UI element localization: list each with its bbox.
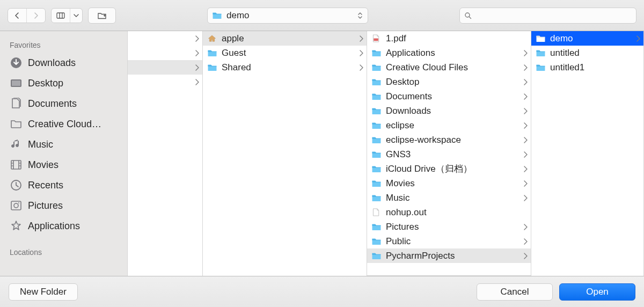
list-item[interactable]: Desktop: [367, 75, 531, 89]
chevron-right-icon: [522, 136, 528, 144]
list-item[interactable]: Creative Cloud Files: [367, 60, 531, 75]
list-item[interactable]: [128, 75, 202, 89]
list-item[interactable]: Music: [367, 191, 531, 205]
list-item[interactable]: Documents: [367, 89, 531, 104]
chevron-right-icon: [522, 151, 528, 158]
list-item[interactable]: Public: [367, 234, 531, 248]
search-input[interactable]: [475, 11, 632, 20]
chevron-right-icon: [358, 64, 363, 71]
chevron-right-icon: [522, 122, 528, 129]
chevron-right-icon: [522, 194, 528, 202]
applications-icon: [10, 220, 23, 232]
list-item[interactable]: Pictures: [367, 220, 531, 234]
list-item[interactable]: untitled: [531, 46, 643, 60]
list-item-label: untitled: [550, 48, 640, 59]
folder-icon: [371, 252, 382, 260]
list-item[interactable]: [128, 60, 202, 75]
view-columns-button[interactable]: [52, 9, 70, 23]
folder-icon: [371, 121, 382, 129]
sidebar-item-creative-cloud[interactable]: Creative Cloud…: [0, 114, 127, 134]
list-item[interactable]: [128, 46, 202, 60]
list-item-label: Applications: [386, 48, 518, 59]
list-item[interactable]: GNS3: [367, 147, 531, 162]
folder-mus-icon: [371, 194, 382, 202]
list-item[interactable]: Downloads: [367, 104, 531, 118]
list-item[interactable]: nohup.out: [367, 205, 531, 220]
cancel-button[interactable]: Cancel: [477, 283, 553, 301]
sidebar-item-label: Music: [28, 139, 53, 150]
favorites-header: Favorites: [0, 38, 127, 53]
folder-icon: [536, 49, 546, 57]
column-2[interactable]: 1.pdfApplicationsCreative Cloud FilesDes…: [367, 31, 531, 276]
list-item[interactable]: eclipse-workspace: [367, 133, 531, 147]
sidebar-item-label: Movies: [28, 159, 58, 171]
list-item-label: Documents: [386, 91, 518, 102]
sidebar-item-movies[interactable]: Movies: [0, 155, 127, 175]
list-item-label: Desktop: [386, 77, 518, 87]
new-folder-toolbar-button[interactable]: [88, 8, 116, 24]
list-item-label: untitled1: [550, 62, 640, 73]
view-dropdown-button[interactable]: [70, 9, 82, 23]
search-field[interactable]: [459, 8, 636, 24]
list-item[interactable]: Shared: [203, 60, 367, 75]
folder-icon: [207, 63, 217, 71]
folder-icon: [371, 92, 382, 100]
chevron-updown-icon: [357, 12, 363, 19]
list-item-label: eclipse: [386, 120, 518, 131]
list-item[interactable]: Guest: [203, 46, 367, 60]
list-item[interactable]: eclipse: [367, 118, 531, 133]
sidebar-item-label: Downloads: [28, 57, 76, 69]
list-item[interactable]: demo: [531, 31, 643, 46]
folder-icon: [207, 49, 217, 57]
list-item-label: Pictures: [386, 222, 518, 232]
list-item-label: demo: [550, 33, 631, 44]
column-browser: appleGuestShared 1.pdfApplicationsCreati…: [128, 31, 644, 276]
open-button[interactable]: Open: [559, 283, 635, 301]
column-0[interactable]: [128, 31, 203, 276]
home-icon: [207, 34, 217, 42]
new-folder-button[interactable]: New Folder: [9, 283, 78, 301]
forward-button[interactable]: [26, 9, 45, 23]
sidebar-item-recents[interactable]: Recents: [0, 175, 127, 195]
sidebar-item-pictures[interactable]: Pictures: [0, 195, 127, 216]
list-item[interactable]: apple: [203, 31, 367, 46]
list-item[interactable]: Movies: [367, 176, 531, 191]
sidebar-item-label: Recents: [28, 180, 63, 191]
sidebar-item-applications[interactable]: Applications: [0, 216, 127, 236]
column-3[interactable]: demountitleduntitled1: [531, 31, 644, 276]
list-item-label: eclipse-workspace: [386, 135, 518, 145]
list-item-label: Downloads: [386, 106, 518, 116]
list-item[interactable]: 1.pdf: [367, 31, 531, 46]
chevron-right-icon: [194, 64, 199, 71]
folder-icon: [212, 11, 222, 19]
column-1[interactable]: appleGuestShared: [203, 31, 367, 276]
list-item[interactable]: Applications: [367, 46, 531, 60]
path-popup[interactable]: demo: [207, 8, 368, 24]
music-icon: [10, 138, 23, 151]
list-item-label: Movies: [386, 178, 518, 189]
sidebar-item-downloads[interactable]: Downloads: [0, 53, 127, 73]
folder-dl-icon: [371, 107, 382, 115]
list-item[interactable]: [128, 31, 202, 46]
list-item[interactable]: untitled1: [531, 60, 643, 75]
folder-icon: [371, 63, 382, 71]
list-item-label: Music: [386, 193, 518, 203]
recents-icon: [10, 179, 23, 192]
pdf-icon: [371, 34, 382, 42]
list-item-label: apple: [222, 33, 354, 44]
chevron-right-icon: [358, 49, 363, 57]
list-item[interactable]: iCloud Drive（归档）: [367, 162, 531, 176]
back-button[interactable]: [8, 9, 26, 23]
sidebar-item-documents[interactable]: Documents: [0, 93, 127, 114]
list-item-label: 1.pdf: [386, 33, 528, 44]
chevron-right-icon: [522, 223, 528, 231]
sidebar-item-desktop[interactable]: Desktop: [0, 73, 127, 93]
list-item-label: iCloud Drive（归档）: [386, 163, 518, 175]
chevron-right-icon: [522, 107, 528, 115]
view-switcher[interactable]: [51, 8, 83, 23]
list-item[interactable]: PycharmProjects: [367, 248, 531, 263]
chevron-right-icon: [522, 252, 528, 260]
chevron-right-icon: [635, 35, 640, 42]
sidebar-item-music[interactable]: Music: [0, 134, 127, 155]
list-item-label: Public: [386, 236, 518, 247]
